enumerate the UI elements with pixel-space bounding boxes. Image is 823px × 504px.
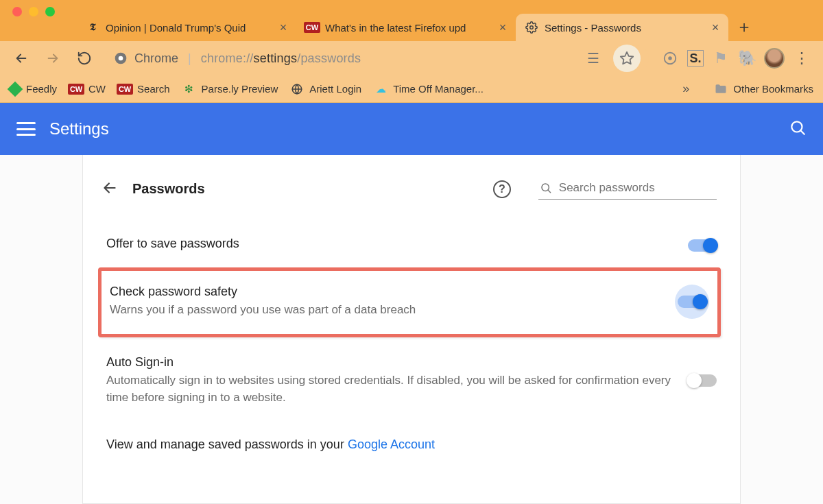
bookmarks-bar: Feedly CW CW CW Search ❇ Parse.ly Previe… [0,75,823,103]
highlight-annotation: Check password safety Warns you if a pas… [98,267,721,337]
svg-point-8 [542,184,549,191]
back-button[interactable] [7,45,36,72]
setting-description: Automatically sign in to websites using … [106,372,674,406]
close-icon[interactable]: × [709,21,721,34]
omnibox-host: Chrome [134,51,178,66]
check-password-safety-row: Check password safety Warns you if a pas… [106,278,713,319]
svg-marker-3 [621,52,633,64]
window-maximize-button[interactable] [45,7,55,16]
svg-point-2 [119,56,123,61]
cw-icon: CW [118,82,132,96]
bookmark-time-off-manager[interactable]: ☁ Time Off Manager... [374,82,484,96]
tab-strip: 𝕿 Opinion | Donald Trump's Quid × CW Wha… [77,14,816,41]
tab-firefox-update[interactable]: CW What's in the latest Firefox upd × [296,14,516,41]
parsely-icon: ❇ [182,82,196,96]
svg-point-5 [668,56,672,60]
omnibox-url: chrome://settings/passwords [201,51,361,66]
bookmark-ariett-login[interactable]: Ariett Login [290,82,361,96]
search-icon [540,181,552,195]
setting-title: Offer to save passwords [106,237,674,251]
tab-settings-passwords[interactable]: Settings - Passwords × [516,14,728,41]
auto-signin-toggle[interactable] [688,374,717,387]
bookmark-cw[interactable]: CW CW [69,82,106,96]
bookmark-feedly[interactable]: Feedly [10,83,57,95]
passwords-card: Passwords ? Offer to save passwords Chec… [82,155,741,504]
bookmark-star-button[interactable] [613,45,641,72]
settings-list: Offer to save passwords Check password s… [83,211,740,455]
close-icon[interactable]: × [277,21,289,34]
extension-s-icon[interactable]: S. [687,50,704,67]
close-icon[interactable]: × [497,21,509,34]
search-passwords-field[interactable] [538,178,717,200]
card-header: Passwords ? [83,171,740,211]
help-icon[interactable]: ? [493,180,511,198]
settings-title: Settings [49,119,789,139]
chrome-icon [114,51,128,65]
settings-content: Passwords ? Offer to save passwords Chec… [0,155,823,504]
google-account-link[interactable]: Google Account [348,437,435,451]
toggle-focus-halo [675,285,709,319]
offer-save-passwords-row: Offer to save passwords [102,224,721,266]
window-close-button[interactable] [12,7,22,16]
new-tab-button[interactable]: ＋ [732,15,756,38]
window-titlebar: 𝕿 Opinion | Donald Trump's Quid × CW Wha… [0,0,823,41]
reload-button[interactable] [70,45,99,72]
cw-icon: CW [306,21,318,34]
forward-button[interactable] [38,45,67,72]
browser-toolbar: Chrome | chrome://settings/passwords ☰ S… [0,41,823,75]
page-title: Passwords [132,181,479,197]
auto-signin-row: Auto Sign-in Automatically sign in to we… [102,343,721,418]
view-manage-text: View and manage saved passwords in your … [102,418,721,455]
bookmarks-overflow-button[interactable]: » [682,82,689,96]
tab-nyt-opinion[interactable]: 𝕿 Opinion | Donald Trump's Quid × [77,14,296,41]
extension-evernote-icon[interactable]: 🐘 [738,49,756,67]
extension-flag-icon[interactable]: ⚑ [712,49,730,67]
back-arrow-button[interactable] [101,179,119,200]
setting-description: Warns you if a password you use was part… [110,302,661,319]
globe-icon [290,82,304,96]
bookmark-search[interactable]: CW Search [118,82,170,96]
extensions-tray: S. ⚑ 🐘 ⋮ [661,48,811,69]
tab-label: Settings - Passwords [545,22,702,34]
tab-label: What's in the latest Firefox upd [325,22,490,34]
profile-avatar[interactable] [764,48,785,69]
search-passwords-input[interactable] [559,181,715,195]
traffic-lights [12,7,55,16]
offer-save-passwords-toggle[interactable] [688,239,717,252]
settings-app-header: Settings [0,103,823,155]
reader-mode-icon[interactable]: ☰ [587,50,599,67]
svg-point-7 [791,121,802,132]
svg-point-0 [530,26,534,29]
nyt-icon: 𝕿 [86,21,99,34]
setting-title: Check password safety [110,285,661,299]
settings-search-button[interactable] [789,119,807,139]
tab-label: Opinion | Donald Trump's Quid [106,22,270,34]
divider: | [188,51,191,66]
gear-icon [525,21,538,34]
check-password-safety-toggle[interactable] [678,296,706,308]
folder-icon [714,82,728,96]
cw-icon: CW [69,82,83,96]
window-minimize-button[interactable] [29,7,38,16]
extension-circle-icon[interactable] [661,49,679,67]
other-bookmarks-folder[interactable]: Other Bookmarks [714,82,813,96]
address-bar[interactable]: Chrome | chrome://settings/passwords ☰ [106,45,649,71]
cloud-icon: ☁ [374,82,387,96]
setting-title: Auto Sign-in [106,355,674,370]
bookmark-parsely-preview[interactable]: ❇ Parse.ly Preview [182,82,278,96]
menu-button[interactable] [16,119,36,139]
browser-menu-button[interactable]: ⋮ [793,49,811,67]
feedly-icon [8,81,23,97]
